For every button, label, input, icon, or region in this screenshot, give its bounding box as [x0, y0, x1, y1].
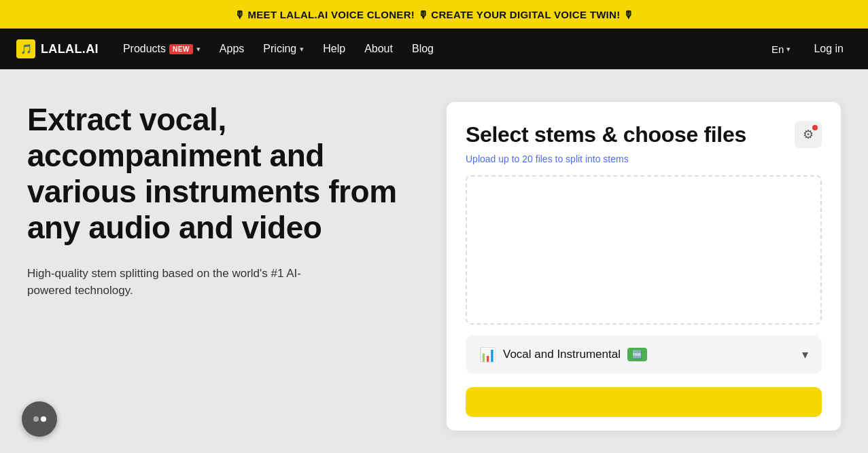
nav-item-products[interactable]: Products NEW ▾: [115, 37, 209, 60]
settings-notification-dot: [812, 125, 818, 130]
pricing-label: Pricing: [263, 43, 296, 55]
nav-item-apps[interactable]: Apps: [211, 37, 252, 60]
waveform-icon: 📊: [479, 346, 496, 363]
settings-icon: ⚙: [803, 127, 814, 142]
login-button[interactable]: Log in: [805, 39, 852, 59]
main-content: Extract vocal, accompaniment and various…: [0, 69, 868, 453]
stems-chevron-icon: ▾: [802, 347, 808, 362]
toggle-dot-left: [33, 416, 39, 422]
help-label: Help: [323, 43, 345, 55]
floating-toggle-button[interactable]: [22, 401, 57, 437]
new-badge: NEW: [169, 44, 193, 54]
brand[interactable]: 🎵 LALAL.AI: [16, 39, 99, 58]
stems-label: Vocal and Instrumental: [503, 348, 621, 361]
settings-button[interactable]: ⚙: [795, 121, 822, 148]
apps-label: Apps: [220, 43, 244, 55]
brand-name: LALAL.AI: [41, 42, 99, 56]
navbar: 🎵 LALAL.AI Products NEW ▾ Apps Pricing ▾…: [0, 29, 868, 69]
products-chevron-icon: ▾: [196, 45, 201, 54]
nav-item-help[interactable]: Help: [315, 37, 353, 60]
nav-items: Products NEW ▾ Apps Pricing ▾ Help About…: [115, 37, 759, 60]
card-title: Select stems & choose files: [466, 122, 746, 147]
announcement-bar[interactable]: 🎙 MEET LALAL.AI VOICE CLONER! 🎙 CREATE Y…: [0, 0, 868, 29]
toggle-inner: [33, 416, 46, 422]
about-label: About: [364, 43, 393, 55]
brand-logo: 🎵: [16, 39, 35, 58]
card-subtitle: Upload up to 20 files to split into stem…: [466, 153, 822, 164]
pricing-chevron-icon: ▾: [300, 45, 304, 54]
process-button[interactable]: [466, 387, 822, 417]
stems-left: 📊 Vocal and Instrumental 🆓: [479, 346, 647, 363]
toggle-dot-right: [41, 416, 46, 422]
lang-label: En: [771, 43, 784, 55]
stems-selector[interactable]: 📊 Vocal and Instrumental 🆓 ▾: [466, 336, 822, 374]
nav-item-blog[interactable]: Blog: [404, 37, 442, 60]
nav-item-pricing[interactable]: Pricing ▾: [255, 37, 312, 60]
lang-selector[interactable]: En ▾: [765, 39, 797, 59]
card-header: Select stems & choose files ⚙: [466, 121, 822, 148]
upload-card: Select stems & choose files ⚙ Upload up …: [447, 102, 841, 431]
upload-area[interactable]: [466, 175, 822, 325]
hero-title: Extract vocal, accompaniment and various…: [27, 102, 417, 246]
lang-chevron-icon: ▾: [786, 45, 791, 54]
hero-subtitle: High-quality stem splitting based on the…: [27, 265, 326, 300]
products-label: Products: [123, 43, 166, 55]
blog-label: Blog: [412, 43, 434, 55]
announcement-text: 🎙 MEET LALAL.AI VOICE CLONER! 🎙 CREATE Y…: [235, 9, 634, 20]
nav-item-about[interactable]: About: [356, 37, 401, 60]
hero-section: Extract vocal, accompaniment and various…: [27, 102, 430, 300]
nav-right: En ▾ Log in: [765, 39, 852, 59]
free-badge: 🆓: [627, 348, 647, 361]
